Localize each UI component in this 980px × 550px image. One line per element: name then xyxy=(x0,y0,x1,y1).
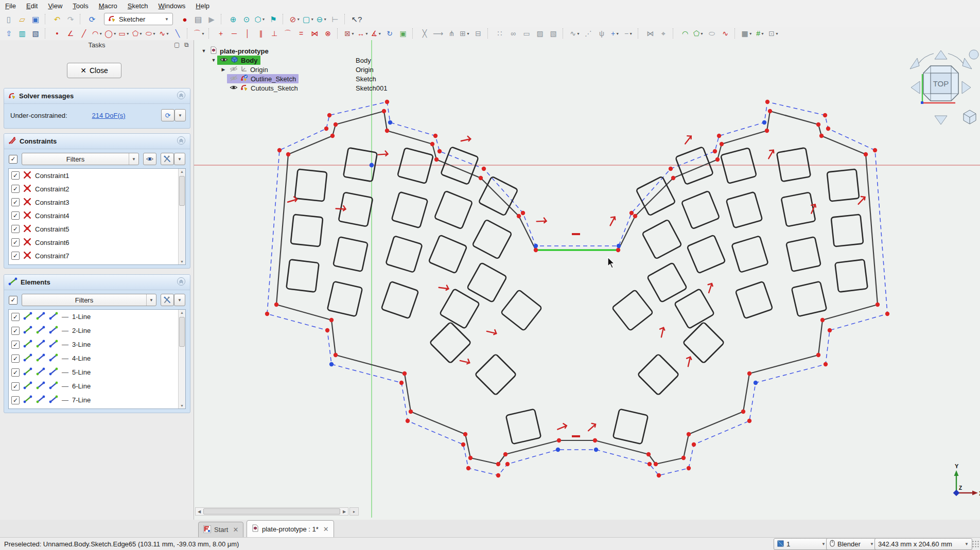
tree-item-cutouts_sketch[interactable]: Cutouts_SketchSketch001 xyxy=(200,83,301,93)
elements-filter-checkbox[interactable]: ✓ xyxy=(9,296,18,305)
tree-expander-icon[interactable]: ▶ xyxy=(220,67,227,72)
zoom-in-out-button[interactable]: ⊖▼ xyxy=(316,13,328,25)
menu-tools[interactable]: Tools xyxy=(67,1,93,11)
constrain-vertical-button[interactable]: │ xyxy=(241,28,254,39)
tree-expander-icon[interactable]: ▼ xyxy=(200,48,207,54)
constraints-settings-button[interactable] xyxy=(161,153,174,165)
element-row[interactable]: ✓—7-Line xyxy=(9,393,185,407)
create-fillet-button[interactable]: ⌒▼ xyxy=(193,28,205,39)
create-polyline-button[interactable]: ∠ xyxy=(64,28,77,39)
tree-item-plate-prototype[interactable]: ▼plate-prototype xyxy=(200,46,301,56)
collapse-chevron-icon[interactable] xyxy=(177,277,186,288)
collapse-chevron-icon[interactable] xyxy=(177,91,186,101)
constraint-row[interactable]: ✓Constraint7 xyxy=(9,249,185,262)
zoom-fit-all-button[interactable]: ⊕ xyxy=(227,13,239,25)
macro-edit-button[interactable]: ▤ xyxy=(192,13,204,25)
element-row[interactable]: ✓—4-Line xyxy=(9,351,185,365)
view-section-button[interactable]: ▧ xyxy=(29,28,42,39)
solver-refresh-button[interactable]: ⟳ xyxy=(161,109,174,121)
create-point-button[interactable]: • xyxy=(51,28,63,39)
bspline-insert-knot-button[interactable]: +▼ xyxy=(609,28,621,39)
visibility-off-icon[interactable] xyxy=(230,66,238,74)
join-curves-button[interactable]: ⋈ xyxy=(644,28,656,39)
constraint-checkbox[interactable]: ✓ xyxy=(11,252,20,260)
scroll-left-icon[interactable]: ◀ xyxy=(196,509,203,514)
constrain-parallel-button[interactable]: ∥ xyxy=(255,28,267,39)
carbon-copy-button[interactable]: ⊟ xyxy=(472,28,484,39)
tab-start[interactable]: Start ✕ xyxy=(198,522,243,538)
constraint-checkbox[interactable]: ✓ xyxy=(11,198,20,206)
constraints-header[interactable]: Constraints xyxy=(4,134,190,149)
external-geometry-button[interactable]: ⊞▼ xyxy=(459,28,471,39)
constrain-horizontal-button[interactable]: ─ xyxy=(228,28,240,39)
constraint-row[interactable]: ✓Constraint5 xyxy=(9,222,185,236)
undo-button[interactable]: ↶ xyxy=(51,13,63,25)
dock-float-icon[interactable]: ▢ xyxy=(174,41,180,48)
close-task-button[interactable]: ✕ Close xyxy=(67,63,121,78)
menu-windows[interactable]: Windows xyxy=(153,1,191,11)
split-edge-button[interactable]: ⋔ xyxy=(445,28,458,39)
element-checkbox[interactable]: ✓ xyxy=(11,354,20,363)
macro-play-button[interactable]: ▶ xyxy=(205,13,218,25)
constrain-symmetric-button[interactable]: ⋈ xyxy=(308,28,321,39)
resize-grip[interactable] xyxy=(972,540,979,548)
element-row[interactable]: ✓—2-Line xyxy=(9,324,185,338)
bspline-remove-knot-button[interactable]: −▼ xyxy=(622,28,635,39)
constraint-row[interactable]: ✓Constraint3 xyxy=(9,196,185,209)
bspline-control-polygon-button[interactable]: ⋰ xyxy=(582,28,594,39)
extend-edge-button[interactable]: ⟶ xyxy=(432,28,444,39)
dock-overlay-icon[interactable]: ⧉ xyxy=(184,41,189,48)
dof-link[interactable]: 214 DoF(s) xyxy=(92,112,126,119)
constraint-checkbox[interactable]: ✓ xyxy=(11,211,20,220)
sketch-canvas[interactable]: TOPYXZ xyxy=(194,40,980,520)
element-checkbox[interactable]: ✓ xyxy=(11,396,20,404)
constrain-angle-button[interactable]: ∡▼ xyxy=(370,28,382,39)
constrain-perpendicular-button[interactable]: ⊥ xyxy=(268,28,281,39)
constraints-filter-checkbox[interactable]: ✓ xyxy=(9,155,18,164)
whats-this-button[interactable]: ↖? xyxy=(351,13,363,25)
element-row[interactable]: ✓—6-Line xyxy=(9,379,185,393)
save-document-button[interactable]: ▣ xyxy=(29,13,42,25)
view-isometric-button[interactable]: ⬡▼ xyxy=(254,13,266,25)
constraint-row[interactable]: ✓Constraint4 xyxy=(9,209,185,222)
menu-help[interactable]: Help xyxy=(190,1,215,11)
element-checkbox[interactable]: ✓ xyxy=(11,313,20,321)
navigation-style-selector[interactable]: Blender ▼ xyxy=(826,538,878,550)
tree-item-origin[interactable]: ▶OriginOrigin xyxy=(200,65,301,74)
elements-settings-dropdown[interactable]: ▼ xyxy=(174,294,185,306)
units-selector[interactable]: 1 ▼ xyxy=(774,538,829,550)
constraint-row[interactable]: ✓Constraint8 xyxy=(9,262,185,265)
hscrollbar-thumb[interactable] xyxy=(203,508,340,514)
tree-item-body[interactable]: ▼BodyBody xyxy=(200,56,301,65)
constrain-equal-button[interactable]: = xyxy=(295,28,307,39)
toggle-construction-button[interactable]: ╲ xyxy=(171,28,184,39)
new-document-button[interactable]: ▯ xyxy=(3,13,15,25)
tree-expander-icon[interactable]: ▼ xyxy=(210,58,217,63)
scroll-right-icon[interactable]: ▶ xyxy=(341,509,348,514)
constrain-lock-button[interactable]: ⊠▼ xyxy=(343,28,356,39)
tab-close-icon[interactable]: ✕ xyxy=(233,526,238,534)
constraints-settings-dropdown[interactable]: ▼ xyxy=(174,153,185,165)
menu-edit[interactable]: Edit xyxy=(21,1,43,11)
create-periodic-bspline-button[interactable]: ∿ xyxy=(719,28,731,39)
create-line-button[interactable]: ╱ xyxy=(78,28,90,39)
create-rectangle-button[interactable]: ▭▼ xyxy=(118,28,130,39)
refresh-button[interactable]: ⟳ xyxy=(86,13,98,25)
3d-viewport[interactable]: TOPYXZ ▼plate-prototype▼BodyBody▶OriginO… xyxy=(194,40,980,520)
constraint-checkbox[interactable]: ✓ xyxy=(11,225,20,233)
tab-close-icon[interactable]: ✕ xyxy=(323,525,329,533)
clipping-plane-button[interactable]: ⊘▼ xyxy=(289,13,301,25)
toggle-active-constraint-button[interactable]: ▣ xyxy=(397,28,409,39)
leave-sketch-button[interactable]: ⇧ xyxy=(3,28,15,39)
scrollbar-corner-button[interactable]: ▸ xyxy=(349,507,359,516)
constraint-checkbox[interactable]: ✓ xyxy=(11,171,20,180)
box-zoom-button[interactable]: ▢▼ xyxy=(302,13,314,25)
element-checkbox[interactable]: ✓ xyxy=(11,341,20,349)
bspline-show-degree-button[interactable]: ∿▼ xyxy=(569,28,581,39)
bspline-curvature-comb-button[interactable]: ψ xyxy=(596,28,608,39)
collapse-chevron-icon[interactable] xyxy=(177,136,186,147)
select-elements-button[interactable]: ▭ xyxy=(520,28,533,39)
visibility-on-icon[interactable] xyxy=(220,57,228,64)
solver-refresh-dropdown[interactable]: ▼ xyxy=(174,109,186,121)
menu-file[interactable]: File xyxy=(0,1,21,11)
